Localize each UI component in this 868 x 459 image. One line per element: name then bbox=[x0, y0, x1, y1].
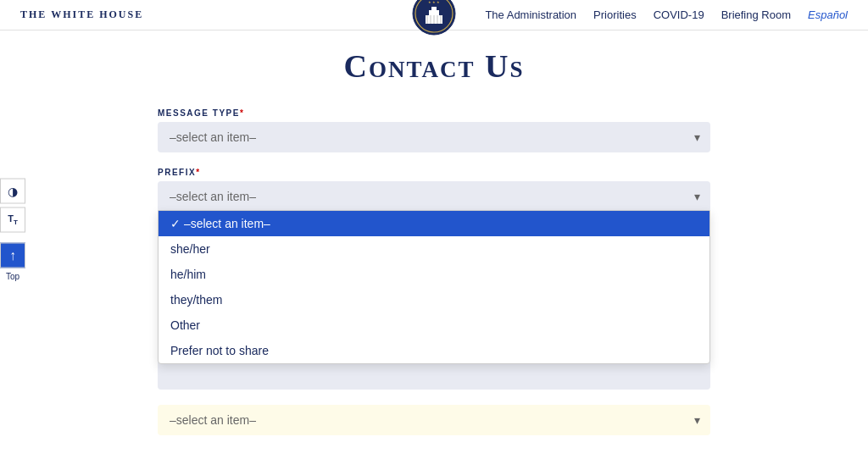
text-size-button[interactable]: TT bbox=[0, 207, 25, 233]
prefix-required-indicator: * bbox=[196, 168, 200, 177]
nav-espanol[interactable]: Español bbox=[808, 8, 848, 21]
required-indicator: * bbox=[240, 108, 244, 118]
nav-priorities[interactable]: Priorities bbox=[593, 8, 637, 21]
main-nav: The Administration Priorities COVID-19 B… bbox=[485, 8, 848, 21]
seal-icon: ★ ★ ★ bbox=[412, 0, 456, 36]
svg-rect-9 bbox=[440, 15, 442, 24]
top-label: Top bbox=[0, 272, 25, 281]
svg-text:★ ★ ★: ★ ★ ★ bbox=[428, 0, 440, 4]
prefix-group: Prefix* –select an item– ✓ –select an it… bbox=[158, 168, 710, 212]
message-type-select[interactable]: –select an item– bbox=[158, 122, 710, 152]
text-size-icon: TT bbox=[8, 213, 18, 226]
bottom-select[interactable]: –select an item– bbox=[158, 405, 710, 435]
dropdown-item-they-them[interactable]: they/them bbox=[159, 287, 709, 312]
site-header: The White House ★ ★ ★ The Administration… bbox=[0, 0, 868, 30]
dropdown-item-other[interactable]: Other bbox=[159, 312, 709, 338]
dropdown-item-she-her[interactable]: she/her bbox=[159, 236, 709, 262]
bottom-select-wrapper: –select an item– bbox=[158, 405, 710, 435]
message-type-select-wrapper: –select an item– bbox=[158, 122, 710, 152]
site-logo-text: The White House bbox=[20, 8, 143, 21]
nav-briefing-room[interactable]: Briefing Room bbox=[721, 8, 791, 21]
nav-the-administration[interactable]: The Administration bbox=[485, 8, 576, 21]
page-title: Contact Us bbox=[158, 47, 710, 85]
svg-rect-5 bbox=[426, 15, 428, 24]
prefix-select[interactable]: –select an item– bbox=[158, 181, 710, 212]
accessibility-sidebar: ◑ TT ↑ Top bbox=[0, 179, 25, 281]
bottom-select-group: –select an item– bbox=[158, 405, 710, 435]
nav-covid19[interactable]: COVID-19 bbox=[654, 8, 704, 21]
prefix-dropdown: ✓ –select an item– she/her he/him they/t… bbox=[158, 210, 710, 364]
back-to-top-button[interactable]: ↑ bbox=[0, 243, 25, 268]
main-content: Contact Us Message Type* –select an item… bbox=[137, 30, 731, 459]
message-type-label: Message Type* bbox=[158, 108, 710, 118]
prefix-select-wrapper: –select an item– ✓ –select an item– she/… bbox=[158, 181, 710, 212]
svg-rect-6 bbox=[430, 15, 431, 24]
header-seal: ★ ★ ★ bbox=[412, 0, 456, 39]
dropdown-item-prefer-not[interactable]: Prefer not to share bbox=[159, 338, 709, 363]
dropdown-item-default[interactable]: ✓ –select an item– bbox=[159, 211, 709, 236]
svg-rect-4 bbox=[431, 7, 437, 12]
prefix-label: Prefix* bbox=[158, 168, 710, 177]
contrast-icon: ◑ bbox=[8, 184, 18, 198]
up-arrow-icon: ↑ bbox=[9, 248, 16, 263]
svg-rect-8 bbox=[437, 15, 438, 24]
message-type-group: Message Type* –select an item– bbox=[158, 108, 710, 152]
svg-rect-7 bbox=[433, 15, 435, 24]
dropdown-item-he-him[interactable]: he/him bbox=[159, 262, 709, 287]
contrast-toggle-button[interactable]: ◑ bbox=[0, 179, 25, 204]
